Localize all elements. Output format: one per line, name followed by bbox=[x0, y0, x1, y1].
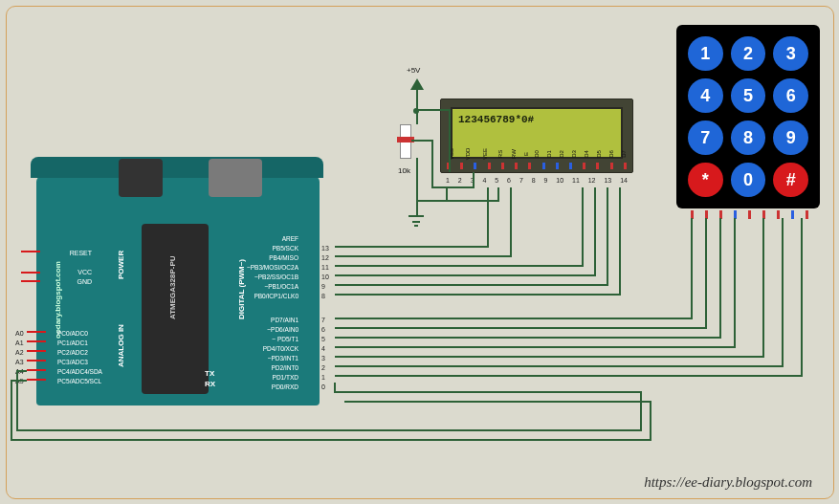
txrx-leds: TXRX bbox=[205, 368, 215, 389]
source-attribution: https://ee-diary.blogspot.com bbox=[644, 474, 812, 491]
key-2[interactable]: 2 bbox=[731, 36, 766, 71]
key-8[interactable]: 8 bbox=[731, 121, 766, 155]
key-7[interactable]: 7 bbox=[688, 121, 723, 155]
key-5[interactable]: 5 bbox=[731, 78, 766, 113]
key-0[interactable]: 0 bbox=[731, 163, 766, 197]
keypad-col-stubs bbox=[691, 210, 808, 219]
pin-stub bbox=[27, 331, 46, 333]
digital-high-func: AREF PB5/SCK PB4/MISO ~PB3/MOSI/OC2A ~PB… bbox=[222, 234, 298, 301]
pin-stub bbox=[27, 350, 46, 352]
key-star[interactable]: * bbox=[688, 163, 723, 197]
analog-ext-labels: A0 A1 A2 A3 A4 A5 bbox=[15, 329, 24, 386]
pin-stub bbox=[27, 340, 46, 342]
schematic-stage: +5V 10k 123456789*0# VSSVDDVEERSRWED0D1D… bbox=[0, 0, 839, 504]
key-1[interactable]: 1 bbox=[688, 36, 723, 71]
lcd-pin-labels: VSSVDDVEERSRWED0D1D2D3D4D5D6D7 bbox=[446, 151, 628, 157]
pin-stub bbox=[21, 272, 40, 274]
power-pin-labels: RESET VCC GND bbox=[57, 249, 92, 287]
pin-stub bbox=[21, 251, 40, 252]
key-3[interactable]: 3 bbox=[773, 36, 808, 71]
pin-stub bbox=[27, 369, 46, 371]
mcu-label: ATMEGA328P-PU bbox=[168, 255, 177, 319]
lcd-module: 123456789*0# bbox=[440, 99, 633, 173]
potentiometer bbox=[400, 124, 411, 159]
key-6[interactable]: 6 bbox=[773, 78, 808, 113]
digital-low-nums: 7 6 5 4 3 2 1 0 bbox=[321, 316, 325, 392]
pin-stub bbox=[27, 379, 46, 381]
keypad-4x3[interactable]: 1 2 3 4 5 6 7 8 9 * 0 # bbox=[676, 25, 820, 208]
wire bbox=[416, 158, 418, 217]
dc-jack bbox=[209, 159, 262, 197]
lcd-pin-stubs bbox=[447, 163, 627, 169]
usb-port bbox=[119, 159, 163, 197]
vcc-label: +5V bbox=[407, 66, 420, 75]
junction-dot bbox=[413, 108, 419, 114]
pin-stub bbox=[27, 360, 46, 362]
wire bbox=[416, 90, 418, 124]
analog-func-labels: PC0/ADC0 PC1/ADC1 PC2/ADC2 PC3/ADC3 PC4/… bbox=[57, 329, 102, 386]
analog-header-label: ANALOG IN bbox=[117, 324, 125, 367]
vcc-arrow bbox=[410, 78, 424, 90]
lcd-text: 123456789*0# bbox=[458, 113, 534, 126]
ground-symbol bbox=[408, 215, 424, 217]
key-4[interactable]: 4 bbox=[688, 78, 723, 113]
digital-high-nums: 13 12 11 10 9 8 bbox=[321, 244, 329, 301]
key-hash[interactable]: # bbox=[773, 163, 808, 197]
pot-value: 10k bbox=[398, 166, 410, 175]
key-9[interactable]: 9 bbox=[773, 121, 808, 155]
pin-stub bbox=[21, 280, 40, 282]
keypad-grid: 1 2 3 4 5 6 7 8 9 * 0 # bbox=[688, 36, 808, 197]
lcd-pin-numbers: 1234567891011121314 bbox=[446, 177, 628, 184]
power-header-label: POWER bbox=[117, 251, 125, 279]
digital-low-func: PD7/AIN1 ~PD6/AIN0 ~ PD5/T1 PD4/T0/XCK ~… bbox=[222, 316, 298, 392]
